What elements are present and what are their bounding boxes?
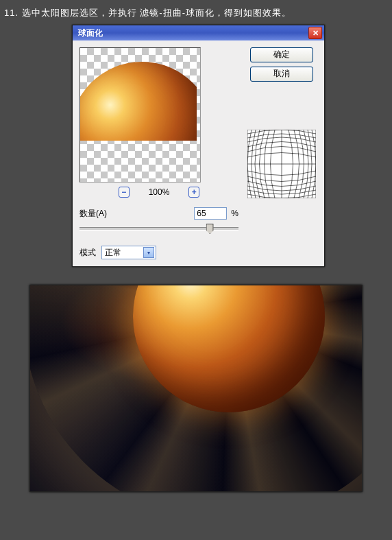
dialog-right-column: 确定 取消 [245, 47, 317, 259]
amount-slider[interactable] [79, 222, 238, 235]
close-button[interactable]: ✕ [308, 27, 322, 39]
mode-row: 模式 正常 ▾ [79, 246, 238, 259]
spherize-wireframe-preview [247, 130, 316, 198]
spherize-dialog: 球面化 ✕ − 100% + 数量(A) % [72, 25, 325, 267]
mode-label: 模式 [79, 247, 96, 259]
step-instruction: 11. 选中太阳图层选区，并执行 滤镜-扭曲-球面化，得到如图效果。 [0, 0, 392, 25]
dialog-body: − 100% + 数量(A) % 模式 正常 ▾ [73, 40, 324, 266]
close-icon: ✕ [313, 30, 319, 37]
ok-button[interactable]: 确定 [250, 47, 313, 62]
slider-track [79, 227, 238, 231]
filter-preview[interactable] [79, 47, 201, 183]
cancel-button[interactable]: 取消 [250, 67, 313, 82]
zoom-value: 100% [149, 187, 170, 197]
amount-input[interactable] [194, 207, 227, 220]
dialog-title: 球面化 [78, 27, 103, 39]
title-bar[interactable]: 球面化 ✕ [73, 25, 324, 40]
slider-thumb[interactable] [206, 224, 214, 234]
amount-unit: % [231, 209, 238, 218]
wireframe-icon [247, 130, 316, 198]
minus-icon: − [121, 188, 126, 196]
step-text: 选中太阳图层选区，并执行 滤镜-扭曲-球面化，得到如图效果。 [22, 8, 291, 18]
amount-row: 数量(A) % [79, 207, 238, 220]
plus-icon: + [192, 188, 197, 196]
step-number: 11. [4, 8, 19, 18]
zoom-out-button[interactable]: − [119, 187, 130, 198]
mode-select[interactable]: 正常 ▾ [101, 246, 156, 259]
zoom-in-button[interactable]: + [188, 187, 199, 198]
amount-label: 数量(A) [79, 208, 107, 220]
mode-value: 正常 [105, 247, 121, 259]
dialog-left-column: − 100% + 数量(A) % 模式 正常 ▾ [79, 47, 238, 259]
chevron-down-icon: ▾ [143, 247, 154, 258]
zoom-controls: − 100% + [79, 187, 238, 198]
result-image [29, 285, 363, 492]
